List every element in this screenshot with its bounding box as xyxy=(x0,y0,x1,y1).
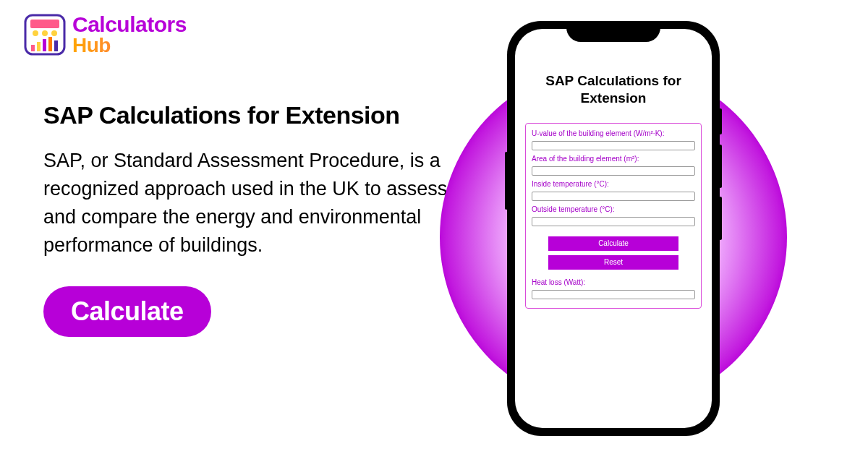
calculator-form: U-value of the building element (W/m²·K)… xyxy=(525,123,702,309)
phone-preview: SAP Calculations for Extension U-value o… xyxy=(427,22,803,427)
phone-screen: SAP Calculations for Extension U-value o… xyxy=(515,29,712,428)
area-label: Area of the building element (m²): xyxy=(532,155,695,163)
logo-line2: Hub xyxy=(72,35,187,56)
main-content: SAP Calculations for Extension SAP, or S… xyxy=(43,101,448,337)
logo-line1: Calculators xyxy=(72,14,187,35)
logo-icon xyxy=(23,13,67,56)
svg-rect-6 xyxy=(37,42,41,51)
calculate-cta-button[interactable]: Calculate xyxy=(43,286,211,337)
form-calculate-button[interactable]: Calculate xyxy=(548,236,679,251)
outside-temp-input[interactable] xyxy=(532,217,695,226)
svg-rect-7 xyxy=(43,39,46,51)
heat-loss-label: Heat loss (Watt): xyxy=(532,278,695,286)
logo[interactable]: Calculators Hub xyxy=(23,13,187,56)
area-input[interactable] xyxy=(532,166,695,176)
inside-temp-input[interactable] xyxy=(532,192,695,201)
heat-loss-output xyxy=(532,290,695,299)
svg-point-3 xyxy=(42,30,48,36)
outside-temp-label: Outside temperature (°C): xyxy=(532,205,695,213)
form-reset-button[interactable]: Reset xyxy=(548,255,679,270)
phone-frame: SAP Calculations for Extension U-value o… xyxy=(508,22,719,435)
page-title: SAP Calculations for Extension xyxy=(43,101,448,129)
inside-temp-label: Inside temperature (°C): xyxy=(532,180,695,188)
phone-app-title: SAP Calculations for Extension xyxy=(531,72,696,107)
u-value-input[interactable] xyxy=(532,141,695,150)
logo-text: Calculators Hub xyxy=(72,14,187,56)
svg-point-4 xyxy=(51,30,57,36)
svg-point-2 xyxy=(33,30,38,36)
svg-rect-9 xyxy=(54,40,58,51)
svg-rect-1 xyxy=(30,20,59,28)
svg-rect-8 xyxy=(48,37,52,51)
u-value-label: U-value of the building element (W/m²·K)… xyxy=(532,129,695,137)
page-description: SAP, or Standard Assessment Procedure, i… xyxy=(43,147,448,260)
svg-rect-5 xyxy=(31,45,35,51)
